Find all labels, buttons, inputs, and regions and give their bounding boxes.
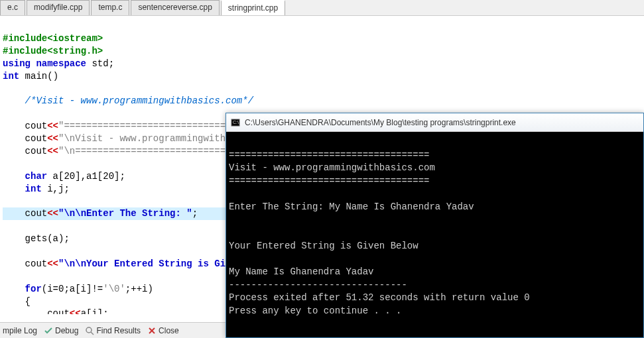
keyword: int: [3, 71, 19, 82]
operator: <<: [47, 146, 58, 156]
operator: <<: [47, 121, 58, 131]
code-text: cout: [3, 133, 47, 144]
close-label: Close: [159, 326, 179, 335]
close-icon: [147, 326, 157, 335]
search-icon: [85, 326, 94, 335]
bottom-toolbar: mpile Log Debug Find Results Close: [0, 322, 225, 338]
comment: /*Visit - www.programmingwithbasics.com*…: [3, 95, 253, 106]
tab-temp[interactable]: temp.c: [91, 0, 129, 15]
string-literal: "\n\nEnter The String: ": [58, 208, 192, 219]
console-titlebar[interactable]: C:\ C:\Users\GHANENDRA\Documents\My Blog…: [226, 113, 643, 132]
char-literal: '\0': [103, 284, 125, 294]
console-line: Visit - www.programmingwithbasics.com: [229, 162, 435, 173]
include-header: <string.h>: [47, 46, 103, 56]
console-title: C:\Users\GHANENDRA\Documents\My Blog\tes…: [245, 118, 639, 127]
console-line: ====================================: [229, 176, 429, 186]
console-window: C:\ C:\Users\GHANENDRA\Documents\My Blog…: [225, 113, 644, 338]
keyword: int: [3, 184, 42, 194]
keyword: for: [3, 284, 42, 294]
find-results-tab[interactable]: Find Results: [85, 326, 141, 335]
code-text: main(): [19, 71, 58, 82]
code-text: a[i];: [81, 308, 109, 314]
code-text: {: [3, 296, 31, 307]
preprocessor: #include: [3, 46, 47, 56]
console-output[interactable]: ==================================== Vis…: [226, 132, 643, 337]
code-text: a[20],a1[20];: [47, 171, 125, 182]
console-line: Enter The String: My Name Is Ghanendra Y…: [229, 201, 474, 212]
preprocessor: #include: [3, 33, 47, 44]
code-text: cout: [3, 308, 70, 314]
console-app-icon: C:\: [230, 117, 241, 128]
code-text: (i=0;a[i]!=: [42, 284, 103, 294]
console-line: ====================================: [229, 150, 429, 160]
tab-e-c[interactable]: e.c: [0, 0, 25, 15]
keyword: char: [3, 171, 47, 182]
keyword: using namespace: [3, 58, 86, 69]
code-text: std;: [86, 58, 114, 69]
find-results-label: Find Results: [96, 326, 141, 335]
editor-tabs: e.c modifyfile.cpp temp.c sentencerevers…: [0, 0, 644, 16]
console-line: My Name Is Ghanendra Yadav: [229, 266, 373, 277]
operator: <<: [47, 208, 58, 219]
console-line: --------------------------------: [229, 280, 407, 290]
operator: <<: [70, 308, 81, 314]
check-icon: [44, 326, 53, 335]
console-line: Your Entered String is Given Below: [229, 241, 419, 251]
close-tab[interactable]: Close: [147, 326, 179, 335]
include-header: <iostream>: [47, 33, 103, 44]
code-text: gets(a);: [3, 233, 70, 244]
tab-modifyfile[interactable]: modifyfile.cpp: [27, 0, 90, 15]
debug-label: Debug: [55, 326, 78, 335]
code-text: i,j;: [42, 184, 70, 194]
compile-log-label: mpile Log: [3, 326, 37, 335]
debug-tab[interactable]: Debug: [44, 326, 78, 335]
code-text: ;++i): [125, 284, 153, 294]
code-text: cout: [3, 146, 47, 156]
tab-sentencereverse[interactable]: sentencereverse.cpp: [131, 0, 219, 15]
code-text: cout: [3, 121, 47, 131]
operator: <<: [47, 258, 58, 269]
code-text: cout: [3, 258, 47, 269]
svg-point-0: [86, 327, 92, 333]
code-text: ;: [192, 208, 198, 219]
tab-stringprint[interactable]: stringprint.cpp: [221, 0, 285, 15]
console-line: Process exited after 51.32 seconds with …: [229, 292, 530, 303]
console-line: Press any key to continue . . .: [229, 306, 401, 316]
operator: <<: [47, 133, 58, 144]
svg-line-1: [91, 332, 94, 335]
code-text: cout: [3, 208, 47, 219]
compile-log-tab[interactable]: mpile Log: [3, 326, 37, 335]
svg-text:C:\: C:\: [233, 120, 239, 125]
